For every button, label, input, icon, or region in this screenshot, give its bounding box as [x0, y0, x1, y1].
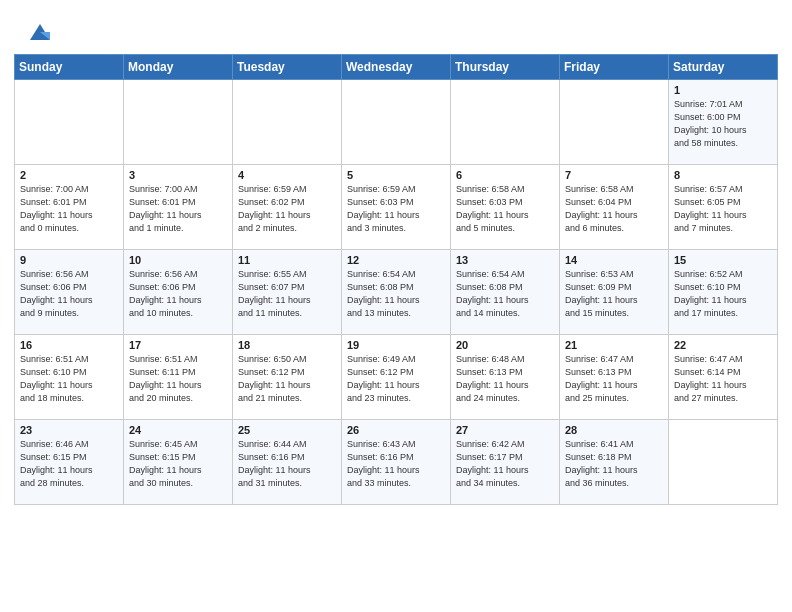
- calendar-cell: 11Sunrise: 6:55 AM Sunset: 6:07 PM Dayli…: [233, 250, 342, 335]
- day-info: Sunrise: 6:52 AM Sunset: 6:10 PM Dayligh…: [674, 268, 772, 320]
- day-info: Sunrise: 6:47 AM Sunset: 6:14 PM Dayligh…: [674, 353, 772, 405]
- day-info: Sunrise: 6:50 AM Sunset: 6:12 PM Dayligh…: [238, 353, 336, 405]
- logo: [22, 18, 54, 46]
- calendar-cell: [669, 420, 778, 505]
- day-number: 13: [456, 254, 554, 266]
- day-number: 2: [20, 169, 118, 181]
- calendar-cell: 9Sunrise: 6:56 AM Sunset: 6:06 PM Daylig…: [15, 250, 124, 335]
- calendar-cell: 3Sunrise: 7:00 AM Sunset: 6:01 PM Daylig…: [124, 165, 233, 250]
- day-info: Sunrise: 6:45 AM Sunset: 6:15 PM Dayligh…: [129, 438, 227, 490]
- calendar-cell: 2Sunrise: 7:00 AM Sunset: 6:01 PM Daylig…: [15, 165, 124, 250]
- calendar-cell: 20Sunrise: 6:48 AM Sunset: 6:13 PM Dayli…: [451, 335, 560, 420]
- calendar-cell: 12Sunrise: 6:54 AM Sunset: 6:08 PM Dayli…: [342, 250, 451, 335]
- calendar-cell: 16Sunrise: 6:51 AM Sunset: 6:10 PM Dayli…: [15, 335, 124, 420]
- day-number: 19: [347, 339, 445, 351]
- day-info: Sunrise: 6:48 AM Sunset: 6:13 PM Dayligh…: [456, 353, 554, 405]
- day-number: 8: [674, 169, 772, 181]
- calendar-cell: 8Sunrise: 6:57 AM Sunset: 6:05 PM Daylig…: [669, 165, 778, 250]
- weekday-wednesday: Wednesday: [342, 55, 451, 80]
- calendar-cell: 10Sunrise: 6:56 AM Sunset: 6:06 PM Dayli…: [124, 250, 233, 335]
- day-info: Sunrise: 6:54 AM Sunset: 6:08 PM Dayligh…: [456, 268, 554, 320]
- day-info: Sunrise: 6:58 AM Sunset: 6:04 PM Dayligh…: [565, 183, 663, 235]
- day-number: 20: [456, 339, 554, 351]
- day-info: Sunrise: 7:00 AM Sunset: 6:01 PM Dayligh…: [20, 183, 118, 235]
- day-info: Sunrise: 6:55 AM Sunset: 6:07 PM Dayligh…: [238, 268, 336, 320]
- day-info: Sunrise: 6:54 AM Sunset: 6:08 PM Dayligh…: [347, 268, 445, 320]
- calendar-cell: [124, 80, 233, 165]
- header: [0, 0, 792, 54]
- calendar-cell: 28Sunrise: 6:41 AM Sunset: 6:18 PM Dayli…: [560, 420, 669, 505]
- day-number: 27: [456, 424, 554, 436]
- week-row-3: 16Sunrise: 6:51 AM Sunset: 6:10 PM Dayli…: [15, 335, 778, 420]
- day-number: 7: [565, 169, 663, 181]
- day-info: Sunrise: 6:56 AM Sunset: 6:06 PM Dayligh…: [129, 268, 227, 320]
- day-number: 23: [20, 424, 118, 436]
- calendar-cell: [451, 80, 560, 165]
- weekday-tuesday: Tuesday: [233, 55, 342, 80]
- calendar-cell: 25Sunrise: 6:44 AM Sunset: 6:16 PM Dayli…: [233, 420, 342, 505]
- calendar-cell: 26Sunrise: 6:43 AM Sunset: 6:16 PM Dayli…: [342, 420, 451, 505]
- day-info: Sunrise: 6:49 AM Sunset: 6:12 PM Dayligh…: [347, 353, 445, 405]
- calendar-cell: 7Sunrise: 6:58 AM Sunset: 6:04 PM Daylig…: [560, 165, 669, 250]
- day-info: Sunrise: 6:41 AM Sunset: 6:18 PM Dayligh…: [565, 438, 663, 490]
- day-number: 12: [347, 254, 445, 266]
- day-number: 24: [129, 424, 227, 436]
- calendar-cell: 5Sunrise: 6:59 AM Sunset: 6:03 PM Daylig…: [342, 165, 451, 250]
- weekday-monday: Monday: [124, 55, 233, 80]
- calendar-cell: 27Sunrise: 6:42 AM Sunset: 6:17 PM Dayli…: [451, 420, 560, 505]
- weekday-thursday: Thursday: [451, 55, 560, 80]
- week-row-4: 23Sunrise: 6:46 AM Sunset: 6:15 PM Dayli…: [15, 420, 778, 505]
- day-number: 5: [347, 169, 445, 181]
- calendar-cell: [15, 80, 124, 165]
- page: SundayMondayTuesdayWednesdayThursdayFrid…: [0, 0, 792, 612]
- calendar-cell: 17Sunrise: 6:51 AM Sunset: 6:11 PM Dayli…: [124, 335, 233, 420]
- day-number: 22: [674, 339, 772, 351]
- day-number: 4: [238, 169, 336, 181]
- week-row-2: 9Sunrise: 6:56 AM Sunset: 6:06 PM Daylig…: [15, 250, 778, 335]
- day-number: 16: [20, 339, 118, 351]
- logo-icon: [26, 18, 54, 46]
- calendar-cell: 1Sunrise: 7:01 AM Sunset: 6:00 PM Daylig…: [669, 80, 778, 165]
- day-info: Sunrise: 6:51 AM Sunset: 6:11 PM Dayligh…: [129, 353, 227, 405]
- day-number: 3: [129, 169, 227, 181]
- day-number: 18: [238, 339, 336, 351]
- day-info: Sunrise: 6:57 AM Sunset: 6:05 PM Dayligh…: [674, 183, 772, 235]
- day-number: 21: [565, 339, 663, 351]
- day-info: Sunrise: 6:42 AM Sunset: 6:17 PM Dayligh…: [456, 438, 554, 490]
- day-info: Sunrise: 7:01 AM Sunset: 6:00 PM Dayligh…: [674, 98, 772, 150]
- calendar-cell: 24Sunrise: 6:45 AM Sunset: 6:15 PM Dayli…: [124, 420, 233, 505]
- day-number: 15: [674, 254, 772, 266]
- calendar-cell: [342, 80, 451, 165]
- calendar-cell: 14Sunrise: 6:53 AM Sunset: 6:09 PM Dayli…: [560, 250, 669, 335]
- calendar-cell: 22Sunrise: 6:47 AM Sunset: 6:14 PM Dayli…: [669, 335, 778, 420]
- day-info: Sunrise: 6:51 AM Sunset: 6:10 PM Dayligh…: [20, 353, 118, 405]
- day-number: 11: [238, 254, 336, 266]
- calendar-cell: 6Sunrise: 6:58 AM Sunset: 6:03 PM Daylig…: [451, 165, 560, 250]
- calendar-cell: 21Sunrise: 6:47 AM Sunset: 6:13 PM Dayli…: [560, 335, 669, 420]
- day-info: Sunrise: 6:47 AM Sunset: 6:13 PM Dayligh…: [565, 353, 663, 405]
- day-info: Sunrise: 7:00 AM Sunset: 6:01 PM Dayligh…: [129, 183, 227, 235]
- weekday-friday: Friday: [560, 55, 669, 80]
- day-number: 26: [347, 424, 445, 436]
- calendar-table: SundayMondayTuesdayWednesdayThursdayFrid…: [14, 54, 778, 505]
- day-info: Sunrise: 6:46 AM Sunset: 6:15 PM Dayligh…: [20, 438, 118, 490]
- week-row-1: 2Sunrise: 7:00 AM Sunset: 6:01 PM Daylig…: [15, 165, 778, 250]
- calendar: SundayMondayTuesdayWednesdayThursdayFrid…: [0, 54, 792, 612]
- day-number: 6: [456, 169, 554, 181]
- day-info: Sunrise: 6:56 AM Sunset: 6:06 PM Dayligh…: [20, 268, 118, 320]
- day-number: 14: [565, 254, 663, 266]
- calendar-cell: 23Sunrise: 6:46 AM Sunset: 6:15 PM Dayli…: [15, 420, 124, 505]
- day-info: Sunrise: 6:53 AM Sunset: 6:09 PM Dayligh…: [565, 268, 663, 320]
- calendar-cell: 4Sunrise: 6:59 AM Sunset: 6:02 PM Daylig…: [233, 165, 342, 250]
- calendar-cell: 15Sunrise: 6:52 AM Sunset: 6:10 PM Dayli…: [669, 250, 778, 335]
- week-row-0: 1Sunrise: 7:01 AM Sunset: 6:00 PM Daylig…: [15, 80, 778, 165]
- day-info: Sunrise: 6:58 AM Sunset: 6:03 PM Dayligh…: [456, 183, 554, 235]
- day-info: Sunrise: 6:44 AM Sunset: 6:16 PM Dayligh…: [238, 438, 336, 490]
- day-info: Sunrise: 6:59 AM Sunset: 6:02 PM Dayligh…: [238, 183, 336, 235]
- day-number: 17: [129, 339, 227, 351]
- weekday-saturday: Saturday: [669, 55, 778, 80]
- calendar-cell: 19Sunrise: 6:49 AM Sunset: 6:12 PM Dayli…: [342, 335, 451, 420]
- calendar-cell: 13Sunrise: 6:54 AM Sunset: 6:08 PM Dayli…: [451, 250, 560, 335]
- calendar-cell: [560, 80, 669, 165]
- day-number: 10: [129, 254, 227, 266]
